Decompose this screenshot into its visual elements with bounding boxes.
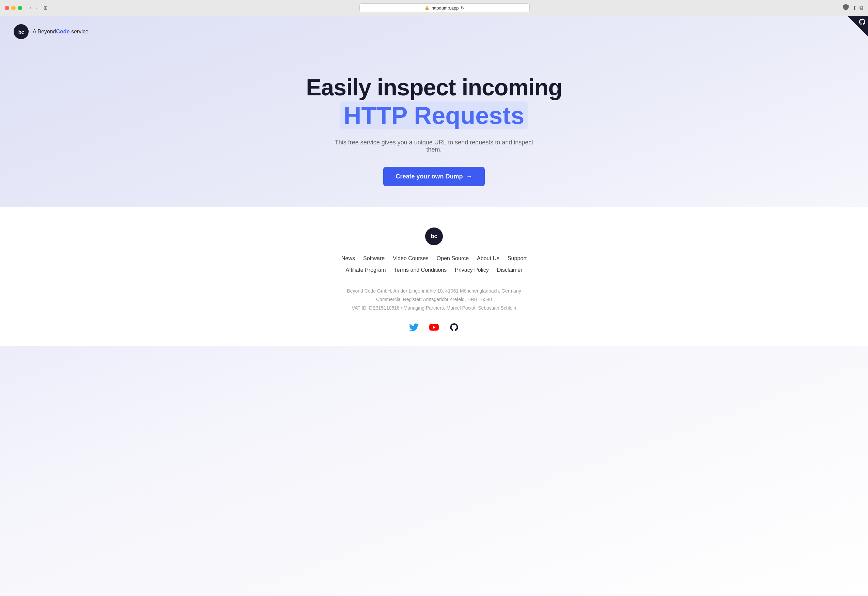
footer-link-about-us[interactable]: About Us <box>477 255 499 261</box>
new-tab-button[interactable]: ⧉ <box>859 5 863 11</box>
youtube-icon <box>429 323 439 332</box>
footer-link-privacy[interactable]: Privacy Policy <box>455 267 489 273</box>
github-icon <box>449 323 459 332</box>
footer-link-support[interactable]: Support <box>508 255 527 261</box>
page-wrapper: bc A BeyondCode service Easily inspect i… <box>0 16 868 596</box>
brand-highlight: Code <box>56 29 70 34</box>
lock-icon: 🔒 <box>424 6 430 10</box>
footer-logo: bc <box>425 227 443 245</box>
close-button[interactable] <box>5 6 9 10</box>
reload-button[interactable]: ↻ <box>461 5 465 10</box>
footer-nav-row2: Affiliate Program Terms and Conditions P… <box>7 267 861 273</box>
cta-arrow: → <box>466 173 472 180</box>
back-button[interactable]: ‹ <box>28 4 33 11</box>
hero-subtitle: This free service gives you a unique URL… <box>332 139 536 153</box>
hero-title-line2: HTTP Requests <box>340 102 528 130</box>
social-icons <box>7 323 861 332</box>
github-link[interactable] <box>449 323 459 332</box>
footer-link-news[interactable]: News <box>341 255 355 261</box>
cta-label: Create your own Dump <box>396 173 463 180</box>
url-text: httpdump.app <box>432 6 459 10</box>
logo-circle: bc <box>13 24 29 39</box>
address-line2: Commercial Register: Amtsgericht Krefeld… <box>7 295 861 304</box>
footer-link-software[interactable]: Software <box>363 255 385 261</box>
footer-link-open-source[interactable]: Open Source <box>437 255 469 261</box>
forward-button[interactable]: › <box>34 4 38 11</box>
hero-title-line1: Easily inspect incoming <box>306 74 562 100</box>
cta-button[interactable]: Create your own Dump → <box>383 167 484 186</box>
footer-section: bc News Software Video Courses Open Sour… <box>0 207 868 346</box>
footer-nav-row1: News Software Video Courses Open Source … <box>7 255 861 261</box>
traffic-lights <box>5 6 22 10</box>
address-bar-container: 🔒 httpdump.app ↻ <box>53 3 836 12</box>
twitter-link[interactable] <box>409 323 419 332</box>
share-button[interactable]: ⬆ <box>852 5 857 11</box>
address-bar[interactable]: 🔒 httpdump.app ↻ <box>359 3 530 12</box>
sidebar-toggle-button[interactable]: ⊞ <box>41 4 50 11</box>
header: bc A BeyondCode service <box>0 16 868 47</box>
footer-link-affiliate[interactable]: Affiliate Program <box>346 267 386 273</box>
logo-area[interactable]: bc A BeyondCode service <box>13 24 89 39</box>
youtube-link[interactable] <box>429 323 439 332</box>
browser-chrome: ‹ › ⊞ 🔒 httpdump.app ↻ ⬆ ⧉ <box>0 0 868 16</box>
footer-link-video-courses[interactable]: Video Courses <box>393 255 428 261</box>
shield-area <box>843 4 849 12</box>
github-corner-icon <box>858 18 866 25</box>
hero-title-main: Easily inspect incoming HTTP Requests <box>7 75 861 130</box>
footer-address: Beyond Code GmbH, An der Lingenmühle 10,… <box>7 287 861 313</box>
address-line3: VAT ID: DE315110518 / Managing Partners:… <box>7 304 861 312</box>
nav-buttons: ‹ › <box>28 4 38 11</box>
hero-section: Easily inspect incoming HTTP Requests Th… <box>0 47 868 207</box>
twitter-icon <box>409 323 419 332</box>
browser-actions: ⬆ ⧉ <box>852 5 863 11</box>
github-corner[interactable] <box>847 16 868 37</box>
fullscreen-button[interactable] <box>18 6 22 10</box>
address-line1: Beyond Code GmbH, An der Lingenmühle 10,… <box>7 287 861 295</box>
footer-link-terms[interactable]: Terms and Conditions <box>394 267 447 273</box>
brand-text: A BeyondCode service <box>33 29 89 35</box>
footer-link-disclaimer[interactable]: Disclaimer <box>497 267 523 273</box>
shield-icon <box>843 4 849 10</box>
minimize-button[interactable] <box>11 6 16 10</box>
